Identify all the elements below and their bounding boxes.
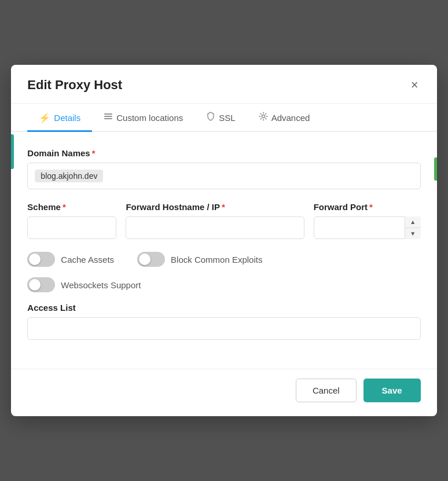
domain-names-group: Domain Names* blog.akjohn.dev [27, 148, 420, 189]
svg-point-3 [262, 115, 265, 118]
cache-assets-label: Cache Assets [61, 255, 114, 265]
domain-names-input[interactable]: blog.akjohn.dev [27, 163, 420, 189]
save-button[interactable]: Save [363, 379, 421, 402]
port-spinners: ▲ ▼ [405, 216, 421, 239]
tab-custom-locations[interactable]: Custom locations [92, 104, 194, 132]
custom-locations-icon [104, 112, 113, 123]
block-exploits-toggle[interactable] [137, 252, 165, 267]
access-list-group: Access List Publicly Accessible [27, 303, 420, 340]
tab-details[interactable]: ⚡ Details [27, 104, 92, 132]
cache-assets-toggle-item: Cache Assets [27, 252, 114, 267]
modal-title: Edit Proxy Host [27, 78, 122, 93]
websockets-toggle-item: Websockets Support [27, 277, 141, 292]
toggles-row-1: Cache Assets Block Common Exploits [27, 252, 420, 267]
access-list-label: Access List [27, 303, 420, 313]
details-icon: ⚡ [39, 112, 50, 123]
svg-rect-2 [104, 118, 112, 119]
svg-rect-1 [104, 116, 112, 117]
cancel-button[interactable]: Cancel [296, 379, 357, 402]
svg-rect-0 [104, 113, 112, 115]
block-exploits-toggle-item: Block Common Exploits [137, 252, 262, 267]
right-accent-bar [434, 157, 437, 181]
scheme-label: Scheme* [27, 202, 116, 212]
toggles-row-2: Websockets Support [27, 277, 420, 292]
tabs-nav: ⚡ Details Custom locations [11, 104, 436, 132]
close-button[interactable]: × [409, 76, 421, 94]
scheme-input[interactable]: http [27, 216, 116, 239]
forward-hostname-input[interactable]: 192.168.18.12 [126, 216, 304, 239]
websockets-label: Websockets Support [61, 280, 141, 290]
forward-port-group: Forward Port* 12345 ▲ ▼ [314, 202, 421, 239]
tab-custom-locations-label: Custom locations [116, 113, 183, 123]
port-input-wrap: 12345 ▲ ▼ [314, 216, 421, 239]
access-list-input[interactable]: Publicly Accessible [27, 317, 420, 340]
modal-body: Domain Names* blog.akjohn.dev Scheme* ht… [11, 132, 436, 364]
host-fields-row: Scheme* http Forward Hostname / IP* 192.… [27, 202, 420, 239]
tab-advanced[interactable]: Advanced [247, 104, 322, 132]
port-decrement-button[interactable]: ▼ [405, 228, 421, 239]
modal-overlay: Edit Proxy Host × ⚡ Details Custom locat… [0, 0, 448, 481]
ssl-icon [206, 112, 215, 123]
tab-ssl[interactable]: SSL [194, 104, 247, 132]
tab-details-label: Details [54, 113, 80, 123]
domain-names-label: Domain Names* [27, 148, 420, 158]
tab-advanced-label: Advanced [271, 113, 310, 123]
cache-assets-toggle[interactable] [27, 252, 55, 267]
scheme-group: Scheme* http [27, 202, 116, 239]
block-exploits-label: Block Common Exploits [171, 255, 262, 265]
modal-header: Edit Proxy Host × [11, 65, 436, 104]
left-accent-bar [11, 134, 14, 169]
domain-tag: blog.akjohn.dev [35, 170, 103, 182]
websockets-toggle[interactable] [27, 277, 55, 292]
advanced-icon [259, 112, 268, 123]
edit-proxy-host-modal: Edit Proxy Host × ⚡ Details Custom locat… [11, 65, 436, 416]
tab-ssl-label: SSL [219, 113, 235, 123]
forward-hostname-group: Forward Hostname / IP* 192.168.18.12 [126, 202, 304, 239]
forward-port-label: Forward Port* [314, 202, 421, 212]
port-increment-button[interactable]: ▲ [405, 216, 421, 228]
forward-hostname-label: Forward Hostname / IP* [126, 202, 304, 212]
modal-footer: Cancel Save [11, 369, 436, 416]
